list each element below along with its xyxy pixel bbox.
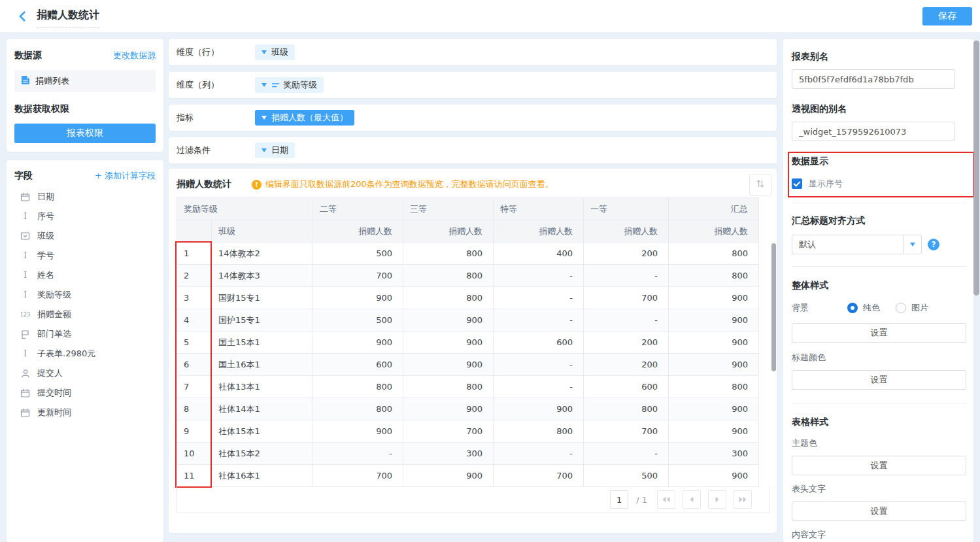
serial-cell: 2 bbox=[177, 265, 212, 287]
radio-selected-icon bbox=[847, 303, 858, 313]
field-item-department[interactable]: 部门单选 bbox=[14, 324, 156, 344]
field-item-donation-amount[interactable]: 123 捐赠金额 bbox=[14, 305, 156, 324]
table-row: 10社体15本2-300--300 bbox=[177, 443, 759, 465]
serial-cell: 9 bbox=[177, 420, 212, 443]
preview-panel: 捐赠人数统计 ! 编辑界面只取数据源前200条作为查询数据预览，完整数据请访问页… bbox=[169, 169, 777, 533]
field-item-name[interactable]: I 姓名 bbox=[14, 265, 156, 285]
plus-icon: + bbox=[95, 171, 102, 180]
first-page-button[interactable] bbox=[657, 490, 675, 509]
solid-color-label: 纯色 bbox=[863, 302, 880, 314]
field-label: 日期 bbox=[37, 191, 54, 203]
next-page-button[interactable] bbox=[708, 490, 726, 509]
solid-color-radio[interactable]: 纯色 bbox=[847, 302, 880, 314]
row-dimension-tag[interactable]: 班级 bbox=[255, 44, 295, 60]
show-serial-label: 显示序号 bbox=[809, 178, 843, 190]
caret-down-icon bbox=[262, 50, 267, 54]
class-cell: 社体15本2 bbox=[212, 443, 313, 465]
field-item-serial[interactable]: I 序号 bbox=[14, 207, 156, 226]
show-serial-checkbox-row[interactable]: 显示序号 bbox=[792, 178, 966, 190]
permission-title: 数据获取权限 bbox=[14, 103, 156, 115]
help-icon[interactable]: ? bbox=[928, 239, 939, 250]
text-icon: I bbox=[20, 271, 31, 280]
field-item-update-time[interactable]: 更新时间 bbox=[14, 403, 156, 422]
title-color-setting-button[interactable]: 设置 bbox=[792, 370, 966, 390]
serial-cell: 3 bbox=[177, 287, 212, 309]
calendar-icon bbox=[20, 192, 31, 202]
class-header: 班级 bbox=[212, 220, 313, 243]
field-label: 子表单.2980元 bbox=[37, 348, 95, 360]
metric-header: 捐赠人数 bbox=[669, 220, 759, 243]
sort-arrows-icon bbox=[755, 178, 766, 192]
field-label: 捐赠金额 bbox=[37, 309, 71, 320]
filter-tag[interactable]: 日期 bbox=[255, 143, 295, 158]
table-row: 11社体16本1700900700500900 bbox=[177, 465, 759, 487]
serial-cell: 8 bbox=[177, 398, 212, 420]
image-radio[interactable]: 图片 bbox=[896, 302, 928, 314]
summary-align-select[interactable]: 默认 bbox=[792, 235, 922, 254]
change-datasource-link[interactable]: 更改数据源 bbox=[113, 50, 156, 61]
metric-tag[interactable]: 捐赠人数（最大值） bbox=[255, 110, 354, 126]
serial-cell: 4 bbox=[177, 309, 212, 331]
class-cell: 国土15本1 bbox=[212, 331, 313, 354]
class-cell: 国财15专1 bbox=[212, 287, 313, 309]
select-icon bbox=[20, 231, 31, 241]
field-item-class[interactable]: 班级 bbox=[14, 226, 156, 246]
prev-page-button[interactable] bbox=[683, 490, 701, 509]
table-scrollbar-thumb[interactable] bbox=[771, 243, 776, 371]
field-item-submit-time[interactable]: 提交时间 bbox=[14, 383, 156, 403]
field-label: 学号 bbox=[37, 250, 54, 262]
image-label: 图片 bbox=[911, 302, 928, 314]
document-icon bbox=[21, 75, 30, 87]
save-button[interactable]: 保存 bbox=[922, 7, 972, 25]
background-setting-button[interactable]: 设置 bbox=[792, 323, 966, 343]
class-cell: 社体16本1 bbox=[212, 465, 313, 487]
field-item-submitter[interactable]: 提交人 bbox=[14, 364, 156, 383]
group-header: 特等 bbox=[494, 198, 584, 220]
checkbox-checked-icon[interactable] bbox=[792, 178, 802, 189]
fields-panel: 字段 + 添加计算字段 日期 I 序号 班级 I 学号 I 姓名 bbox=[7, 160, 163, 542]
filter-bar: 过滤条件 日期 bbox=[169, 137, 777, 163]
widget-alias-input[interactable] bbox=[792, 122, 955, 141]
pivot-table: 奖励等级 二等 三等 特等 一等 汇总 班级 捐赠人数 捐赠人数 捐赠人数 捐赠… bbox=[177, 197, 759, 487]
theme-color-label: 主题色 bbox=[792, 437, 966, 449]
class-cell: 社体13本1 bbox=[212, 376, 313, 398]
summary-align-title: 汇总标题对齐方式 bbox=[792, 215, 966, 227]
filter-label: 过滤条件 bbox=[177, 144, 255, 156]
metric-header: 捐赠人数 bbox=[403, 220, 494, 243]
field-label: 序号 bbox=[37, 211, 54, 222]
custom-sort-icon bbox=[271, 82, 280, 88]
datasource-name: 捐赠列表 bbox=[35, 75, 69, 87]
group-header: 二等 bbox=[313, 198, 403, 220]
col-dimension-tag[interactable]: 奖励等级 bbox=[255, 77, 324, 93]
report-alias-input[interactable] bbox=[792, 69, 955, 89]
serial-cell: 7 bbox=[177, 376, 212, 398]
field-label: 提交时间 bbox=[37, 387, 71, 399]
field-item-date[interactable]: 日期 bbox=[14, 187, 156, 207]
last-page-button[interactable] bbox=[734, 490, 752, 509]
page-number-input[interactable] bbox=[610, 490, 628, 509]
group-header: 一等 bbox=[584, 198, 669, 220]
text-icon: I bbox=[20, 251, 31, 261]
preview-notice: ! 编辑界面只取数据源前200条作为查询数据预览，完整数据请访问页面查看。 bbox=[252, 178, 554, 190]
widget-alias-title: 透视图的别名 bbox=[792, 103, 966, 115]
datasource-title: 数据源 bbox=[14, 50, 42, 61]
sort-toggle-button[interactable] bbox=[749, 174, 771, 196]
header-text-setting-button[interactable]: 设置 bbox=[792, 501, 966, 521]
back-button[interactable] bbox=[18, 10, 30, 22]
field-item-award-level[interactable]: I 奖励等级 bbox=[14, 285, 156, 305]
datasource-item[interactable]: 捐赠列表 bbox=[14, 70, 156, 92]
field-item-student-no[interactable]: I 学号 bbox=[14, 246, 156, 265]
field-item-subform[interactable]: I 子表单.2980元 bbox=[14, 344, 156, 364]
theme-color-setting-button[interactable]: 设置 bbox=[792, 456, 966, 475]
add-calc-field-link[interactable]: + 添加计算字段 bbox=[95, 170, 156, 182]
serial-cell: 1 bbox=[177, 243, 212, 265]
table-row: 5国土15本1900900600200900 bbox=[177, 331, 759, 354]
row-dimension-label: 维度（行） bbox=[177, 46, 255, 58]
field-label: 提交人 bbox=[37, 367, 63, 379]
panel-scrollbar-thumb[interactable] bbox=[973, 41, 979, 296]
class-cell: 14体教本3 bbox=[212, 265, 313, 287]
class-cell: 社体15本1 bbox=[212, 420, 313, 443]
warning-icon: ! bbox=[252, 180, 262, 190]
report-permission-button[interactable]: 报表权限 bbox=[14, 124, 156, 143]
datasource-panel: 数据源 更改数据源 捐赠列表 数据获取权限 报表权限 bbox=[7, 39, 163, 152]
